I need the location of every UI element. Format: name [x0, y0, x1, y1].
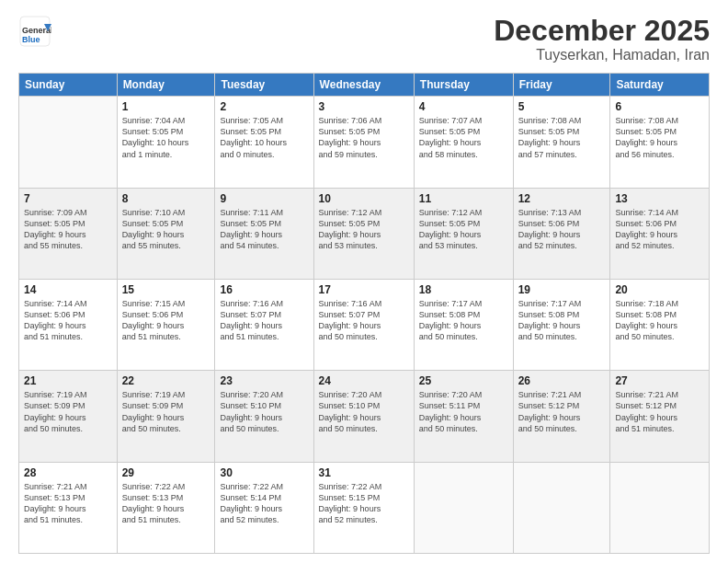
table-row: 12Sunrise: 7:13 AM Sunset: 5:06 PM Dayli… [513, 188, 610, 279]
day-info: Sunrise: 7:22 AM Sunset: 5:14 PM Dayligh… [220, 481, 308, 526]
calendar-week-row: 1Sunrise: 7:04 AM Sunset: 5:05 PM Daylig… [19, 97, 710, 188]
table-row: 14Sunrise: 7:14 AM Sunset: 5:06 PM Dayli… [19, 279, 118, 370]
title-block: December 2025 Tuyserkan, Hamadan, Iran [494, 15, 710, 63]
day-number: 8 [122, 192, 210, 205]
day-number: 20 [615, 283, 704, 296]
table-row: 17Sunrise: 7:16 AM Sunset: 5:07 PM Dayli… [313, 279, 414, 370]
day-number: 17 [319, 283, 409, 296]
day-number: 23 [220, 374, 308, 387]
table-row: 29Sunrise: 7:22 AM Sunset: 5:13 PM Dayli… [117, 462, 215, 553]
col-wednesday: Wednesday [313, 74, 414, 97]
table-row: 10Sunrise: 7:12 AM Sunset: 5:05 PM Dayli… [313, 188, 414, 279]
day-info: Sunrise: 7:15 AM Sunset: 5:06 PM Dayligh… [122, 298, 210, 343]
day-info: Sunrise: 7:21 AM Sunset: 5:13 PM Dayligh… [24, 481, 112, 526]
calendar-header-row: Sunday Monday Tuesday Wednesday Thursday… [19, 74, 710, 97]
table-row: 27Sunrise: 7:21 AM Sunset: 5:12 PM Dayli… [610, 371, 710, 462]
day-info: Sunrise: 7:09 AM Sunset: 5:05 PM Dayligh… [24, 207, 112, 252]
col-monday: Monday [117, 74, 215, 97]
day-info: Sunrise: 7:05 AM Sunset: 5:05 PM Dayligh… [220, 115, 308, 160]
day-number: 7 [24, 192, 112, 205]
day-number: 6 [615, 100, 704, 113]
day-number: 3 [319, 100, 409, 113]
table-row: 25Sunrise: 7:20 AM Sunset: 5:11 PM Dayli… [414, 371, 513, 462]
day-info: Sunrise: 7:08 AM Sunset: 5:05 PM Dayligh… [615, 115, 704, 160]
day-info: Sunrise: 7:12 AM Sunset: 5:05 PM Dayligh… [319, 207, 409, 252]
day-number: 30 [220, 466, 308, 479]
day-number: 22 [122, 374, 210, 387]
table-row: 20Sunrise: 7:18 AM Sunset: 5:08 PM Dayli… [610, 279, 710, 370]
day-info: Sunrise: 7:11 AM Sunset: 5:05 PM Dayligh… [220, 207, 308, 252]
table-row: 18Sunrise: 7:17 AM Sunset: 5:08 PM Dayli… [414, 279, 513, 370]
day-info: Sunrise: 7:16 AM Sunset: 5:07 PM Dayligh… [220, 298, 308, 343]
day-number: 9 [220, 192, 308, 205]
table-row: 8Sunrise: 7:10 AM Sunset: 5:05 PM Daylig… [117, 188, 215, 279]
table-row: 5Sunrise: 7:08 AM Sunset: 5:05 PM Daylig… [513, 97, 610, 188]
day-number: 5 [518, 100, 606, 113]
table-row: 6Sunrise: 7:08 AM Sunset: 5:05 PM Daylig… [610, 97, 710, 188]
day-info: Sunrise: 7:14 AM Sunset: 5:06 PM Dayligh… [24, 298, 112, 343]
table-row: 23Sunrise: 7:20 AM Sunset: 5:10 PM Dayli… [215, 371, 313, 462]
svg-text:Blue: Blue [22, 35, 40, 44]
table-row: 22Sunrise: 7:19 AM Sunset: 5:09 PM Dayli… [117, 371, 215, 462]
table-row: 11Sunrise: 7:12 AM Sunset: 5:05 PM Dayli… [414, 188, 513, 279]
day-number: 24 [319, 374, 409, 387]
location-subtitle: Tuyserkan, Hamadan, Iran [494, 47, 710, 63]
day-number: 25 [419, 374, 508, 387]
table-row: 21Sunrise: 7:19 AM Sunset: 5:09 PM Dayli… [19, 371, 118, 462]
day-number: 27 [615, 374, 704, 387]
logo: General Blue [18, 15, 51, 48]
day-number: 21 [24, 374, 112, 387]
header: General Blue December 2025 Tuyserkan, Ha… [18, 15, 710, 63]
day-info: Sunrise: 7:21 AM Sunset: 5:12 PM Dayligh… [518, 389, 606, 434]
day-number: 4 [419, 100, 508, 113]
day-number: 10 [319, 192, 409, 205]
col-thursday: Thursday [414, 74, 513, 97]
day-number: 1 [122, 100, 210, 113]
day-number: 15 [122, 283, 210, 296]
page: General Blue December 2025 Tuyserkan, Ha… [0, 0, 728, 563]
table-row: 16Sunrise: 7:16 AM Sunset: 5:07 PM Dayli… [215, 279, 313, 370]
table-row: 4Sunrise: 7:07 AM Sunset: 5:05 PM Daylig… [414, 97, 513, 188]
day-info: Sunrise: 7:06 AM Sunset: 5:05 PM Dayligh… [319, 115, 409, 160]
day-info: Sunrise: 7:22 AM Sunset: 5:15 PM Dayligh… [319, 481, 409, 526]
table-row [513, 462, 610, 553]
col-friday: Friday [513, 74, 610, 97]
calendar-week-row: 14Sunrise: 7:14 AM Sunset: 5:06 PM Dayli… [19, 279, 710, 370]
day-number: 11 [419, 192, 508, 205]
day-number: 31 [319, 466, 409, 479]
col-saturday: Saturday [610, 74, 710, 97]
table-row: 7Sunrise: 7:09 AM Sunset: 5:05 PM Daylig… [19, 188, 118, 279]
table-row [19, 97, 118, 188]
day-info: Sunrise: 7:12 AM Sunset: 5:05 PM Dayligh… [419, 207, 508, 252]
table-row: 15Sunrise: 7:15 AM Sunset: 5:06 PM Dayli… [117, 279, 215, 370]
table-row: 30Sunrise: 7:22 AM Sunset: 5:14 PM Dayli… [215, 462, 313, 553]
table-row: 24Sunrise: 7:20 AM Sunset: 5:10 PM Dayli… [313, 371, 414, 462]
day-number: 28 [24, 466, 112, 479]
day-info: Sunrise: 7:17 AM Sunset: 5:08 PM Dayligh… [419, 298, 508, 343]
day-info: Sunrise: 7:18 AM Sunset: 5:08 PM Dayligh… [615, 298, 704, 343]
day-number: 13 [615, 192, 704, 205]
col-sunday: Sunday [19, 74, 118, 97]
day-info: Sunrise: 7:19 AM Sunset: 5:09 PM Dayligh… [122, 389, 210, 434]
col-tuesday: Tuesday [215, 74, 313, 97]
day-info: Sunrise: 7:22 AM Sunset: 5:13 PM Dayligh… [122, 481, 210, 526]
day-number: 16 [220, 283, 308, 296]
day-number: 18 [419, 283, 508, 296]
table-row: 28Sunrise: 7:21 AM Sunset: 5:13 PM Dayli… [19, 462, 118, 553]
calendar-table: Sunday Monday Tuesday Wednesday Thursday… [18, 73, 710, 554]
table-row: 1Sunrise: 7:04 AM Sunset: 5:05 PM Daylig… [117, 97, 215, 188]
table-row: 9Sunrise: 7:11 AM Sunset: 5:05 PM Daylig… [215, 188, 313, 279]
day-info: Sunrise: 7:17 AM Sunset: 5:08 PM Dayligh… [518, 298, 606, 343]
day-info: Sunrise: 7:07 AM Sunset: 5:05 PM Dayligh… [419, 115, 508, 160]
day-info: Sunrise: 7:14 AM Sunset: 5:06 PM Dayligh… [615, 207, 704, 252]
day-number: 29 [122, 466, 210, 479]
calendar-week-row: 28Sunrise: 7:21 AM Sunset: 5:13 PM Dayli… [19, 462, 710, 553]
table-row: 31Sunrise: 7:22 AM Sunset: 5:15 PM Dayli… [313, 462, 414, 553]
logo-icon: General Blue [18, 15, 51, 48]
day-number: 19 [518, 283, 606, 296]
calendar-week-row: 21Sunrise: 7:19 AM Sunset: 5:09 PM Dayli… [19, 371, 710, 462]
day-info: Sunrise: 7:04 AM Sunset: 5:05 PM Dayligh… [122, 115, 210, 160]
table-row: 19Sunrise: 7:17 AM Sunset: 5:08 PM Dayli… [513, 279, 610, 370]
table-row [610, 462, 710, 553]
day-info: Sunrise: 7:21 AM Sunset: 5:12 PM Dayligh… [615, 389, 704, 434]
